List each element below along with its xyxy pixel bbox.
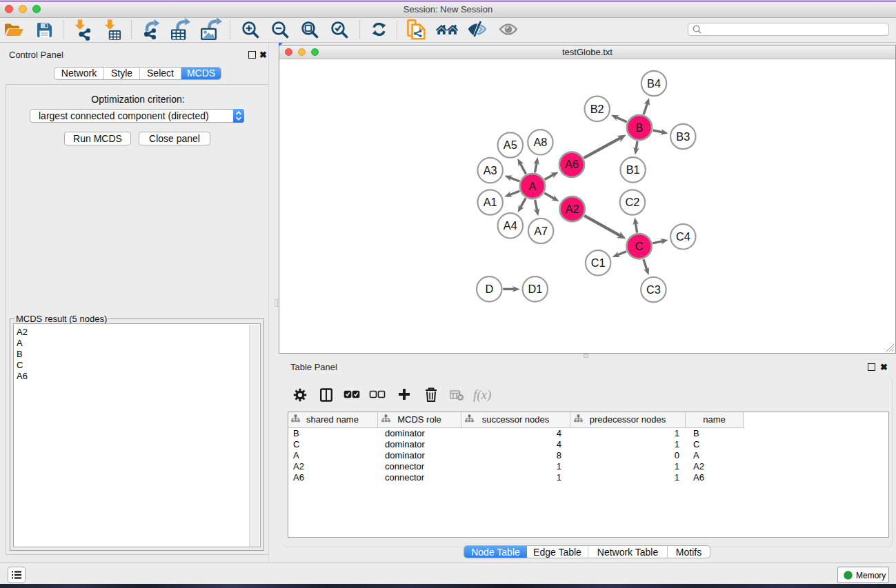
svg-text:B2: B2 — [590, 103, 604, 115]
svg-text:A5: A5 — [504, 139, 517, 151]
svg-text:B4: B4 — [647, 77, 661, 90]
svg-text:A2: A2 — [566, 203, 579, 215]
svg-text:C1: C1 — [591, 256, 606, 269]
svg-text:A: A — [529, 180, 537, 192]
svg-text:D1: D1 — [528, 283, 542, 295]
svg-text:C3: C3 — [646, 283, 661, 296]
svg-text:D: D — [485, 283, 493, 295]
svg-text:A4: A4 — [504, 219, 517, 232]
svg-text:A3: A3 — [484, 164, 497, 176]
svg-text:B3: B3 — [676, 130, 690, 143]
svg-text:C4: C4 — [676, 230, 690, 243]
svg-text:A6: A6 — [565, 158, 579, 170]
svg-text:B1: B1 — [626, 163, 640, 176]
svg-text:C2: C2 — [625, 196, 639, 208]
svg-text:A7: A7 — [534, 225, 548, 237]
svg-text:A1: A1 — [484, 196, 497, 208]
svg-text:A8: A8 — [533, 136, 547, 148]
svg-text:C: C — [635, 240, 644, 252]
svg-text:B: B — [636, 121, 644, 134]
